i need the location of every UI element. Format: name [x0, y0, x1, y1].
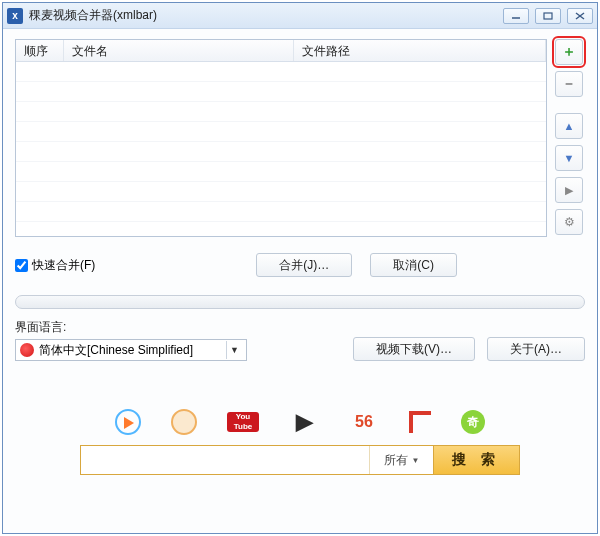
merge-row: 快速合并(F) 合并(J)… 取消(C)	[15, 253, 585, 277]
search-input[interactable]	[81, 446, 369, 474]
language-value: 简体中文[Chinese Simplified]	[39, 342, 193, 359]
table-body	[16, 62, 546, 236]
table-row	[16, 62, 546, 82]
chevron-down-icon: ▼	[226, 341, 242, 359]
settings-button[interactable]: ⚙	[555, 209, 583, 235]
search-button-label: 搜 索	[452, 451, 502, 469]
lang-row: 界面语言: 简体中文[Chinese Simplified] ▼ 视频下载(V)…	[15, 319, 585, 361]
plus-icon: ＋	[562, 43, 576, 61]
window-title: 稞麦视频合并器(xmlbar)	[29, 7, 503, 24]
about-button[interactable]: 关于(A)…	[487, 337, 585, 361]
remove-button[interactable]: －	[555, 71, 583, 97]
minimize-icon	[511, 12, 521, 20]
table-row	[16, 182, 546, 202]
cancel-button[interactable]: 取消(C)	[370, 253, 457, 277]
search-button[interactable]: 搜 索	[433, 446, 519, 474]
chevron-down-icon: ▼	[412, 456, 420, 465]
fast-merge-checkbox[interactable]: 快速合并(F)	[15, 257, 95, 274]
side-buttons: ＋ － ▲ ▼ ▶ ⚙	[555, 39, 585, 237]
close-button[interactable]	[567, 8, 593, 24]
file-table[interactable]: 顺序 文件名 文件路径	[15, 39, 547, 237]
table-row	[16, 162, 546, 182]
app-window: x 稞麦视频合并器(xmlbar) 顺序 文件名 文件路径	[2, 2, 598, 534]
youtube-icon[interactable]: You Tube	[227, 412, 259, 432]
add-button[interactable]: ＋	[555, 39, 583, 65]
minus-icon: －	[562, 75, 576, 93]
play-button[interactable]: ▶	[555, 177, 583, 203]
minimize-button[interactable]	[503, 8, 529, 24]
file-list-area: 顺序 文件名 文件路径 ＋	[15, 39, 585, 237]
content-area: 顺序 文件名 文件路径 ＋	[3, 29, 597, 533]
brand-icon-56[interactable]: 56	[349, 409, 379, 435]
maximize-button[interactable]	[535, 8, 561, 24]
search-category-label: 所有	[384, 452, 408, 469]
divider-bar	[15, 295, 585, 309]
video-download-button[interactable]: 视频下载(V)…	[353, 337, 475, 361]
brand-icon-iqiyi[interactable]: 奇	[461, 410, 485, 434]
flag-icon	[20, 343, 34, 357]
language-select[interactable]: 简体中文[Chinese Simplified] ▼	[15, 339, 247, 361]
table-row	[16, 202, 546, 222]
close-icon	[575, 12, 585, 20]
merge-button[interactable]: 合并(J)…	[256, 253, 352, 277]
col-filepath[interactable]: 文件路径	[294, 40, 546, 61]
gear-icon: ⚙	[564, 215, 575, 229]
app-icon: x	[7, 8, 23, 24]
brand-icon-2[interactable]	[171, 409, 197, 435]
move-down-button[interactable]: ▼	[555, 145, 583, 171]
svg-rect-1	[544, 13, 552, 19]
maximize-icon	[543, 12, 553, 20]
col-filename[interactable]: 文件名	[64, 40, 294, 61]
table-row	[16, 122, 546, 142]
window-controls	[503, 8, 593, 24]
fast-merge-input[interactable]	[15, 259, 28, 272]
col-order[interactable]: 顺序	[16, 40, 64, 61]
language-block: 界面语言: 简体中文[Chinese Simplified] ▼	[15, 319, 247, 361]
search-row: 所有 ▼ 搜 索	[15, 445, 585, 475]
play-icon: ▶	[565, 184, 573, 197]
brand-icon-1[interactable]	[115, 409, 141, 435]
arrow-up-icon: ▲	[564, 120, 575, 132]
table-header-row: 顺序 文件名 文件路径	[16, 40, 546, 62]
table-row	[16, 82, 546, 102]
search-box: 所有 ▼ 搜 索	[80, 445, 520, 475]
move-up-button[interactable]: ▲	[555, 113, 583, 139]
table-row	[16, 102, 546, 122]
brand-icons-row: You Tube ▶ 56 奇	[15, 409, 585, 435]
titlebar: x 稞麦视频合并器(xmlbar)	[3, 3, 597, 29]
fast-merge-label: 快速合并(F)	[32, 257, 95, 274]
table-row	[16, 142, 546, 162]
brand-icon-6[interactable]	[409, 411, 431, 433]
arrow-down-icon: ▼	[564, 152, 575, 164]
search-category-select[interactable]: 所有 ▼	[369, 446, 433, 474]
language-label: 界面语言:	[15, 319, 247, 336]
brand-icon-4[interactable]: ▶	[289, 409, 319, 435]
